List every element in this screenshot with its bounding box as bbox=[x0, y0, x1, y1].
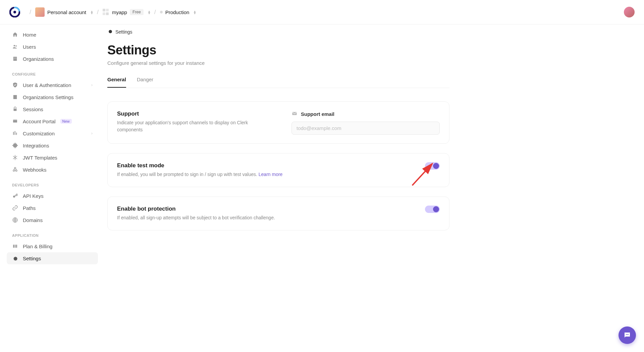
sidebar-item-home[interactable]: Home bbox=[7, 29, 98, 41]
plan-badge: Free bbox=[130, 9, 144, 15]
sidebar-item-domains[interactable]: Domains bbox=[7, 214, 98, 226]
portal-icon bbox=[12, 118, 18, 124]
gear-icon bbox=[107, 29, 113, 35]
key-icon bbox=[12, 193, 18, 199]
sidebar-item-api-keys[interactable]: API Keys bbox=[7, 190, 98, 202]
support-email-input[interactable] bbox=[291, 122, 440, 135]
sidebar-item-label: Account Portal bbox=[23, 119, 56, 124]
svg-rect-13 bbox=[15, 131, 15, 135]
svg-point-2 bbox=[15, 45, 17, 47]
svg-rect-3 bbox=[13, 57, 17, 61]
customize-icon bbox=[12, 130, 18, 136]
svg-point-15 bbox=[13, 170, 15, 172]
breadcrumb-separator: / bbox=[30, 9, 31, 16]
sidebar-item-organizations[interactable]: Organizations bbox=[7, 53, 98, 65]
svg-rect-9 bbox=[14, 109, 17, 111]
svg-rect-11 bbox=[13, 120, 17, 120]
asterisk-icon bbox=[12, 155, 18, 161]
support-description: Indicate your application's support chan… bbox=[117, 119, 258, 133]
page-title: Settings bbox=[107, 43, 449, 57]
svg-rect-20 bbox=[13, 245, 14, 248]
svg-rect-12 bbox=[13, 132, 14, 135]
svg-rect-14 bbox=[16, 133, 17, 135]
chevron-updown-icon: ▴▾ bbox=[148, 10, 150, 14]
sidebar-item-jwt[interactable]: JWT Templates bbox=[7, 151, 98, 164]
sidebar-item-org-settings[interactable]: Organizations Settings bbox=[7, 91, 98, 103]
shield-icon bbox=[12, 82, 18, 88]
app-switcher[interactable]: myapp Free ▴▾ bbox=[103, 9, 150, 15]
bot-protection-toggle[interactable] bbox=[425, 206, 440, 213]
new-badge: New bbox=[60, 119, 72, 124]
svg-rect-21 bbox=[15, 245, 16, 248]
page-breadcrumb: Settings bbox=[107, 29, 449, 35]
sidebar-item-label: Integrations bbox=[23, 143, 49, 148]
svg-rect-5 bbox=[16, 57, 16, 58]
building-icon bbox=[12, 94, 18, 100]
sidebar-item-customization[interactable]: Customization › bbox=[7, 127, 98, 139]
link-icon bbox=[12, 205, 18, 211]
app-icon bbox=[103, 9, 109, 15]
svg-point-0 bbox=[13, 11, 16, 13]
tab-danger[interactable]: Danger bbox=[137, 77, 153, 88]
sidebar-section-configure: CONFIGURE bbox=[7, 65, 98, 79]
sidebar-item-label: Plan & Billing bbox=[23, 244, 52, 249]
test-mode-description: If enabled, you will be prompted to sign… bbox=[117, 171, 282, 178]
page-subtitle: Configure general settings for your inst… bbox=[107, 60, 449, 66]
env-label: Production bbox=[165, 9, 190, 15]
sidebar: Home Users Organizations CONFIGURE User … bbox=[0, 25, 101, 268]
svg-point-16 bbox=[16, 170, 17, 172]
account-label: Personal account bbox=[47, 9, 86, 15]
sidebar-item-label: Paths bbox=[23, 205, 36, 211]
sidebar-item-label: Webhooks bbox=[23, 167, 47, 173]
sidebar-item-label: Users bbox=[23, 44, 36, 50]
sidebar-item-label: Customization bbox=[23, 131, 55, 136]
sidebar-item-settings[interactable]: Settings bbox=[7, 252, 98, 264]
sidebar-item-user-auth[interactable]: User & Authentication › bbox=[7, 79, 98, 91]
sidebar-item-integrations[interactable]: Integrations bbox=[7, 139, 98, 151]
topbar: / Personal account ▴▾ / myapp Free ▴▾ / … bbox=[0, 0, 644, 25]
gear-icon bbox=[12, 255, 18, 261]
sidebar-item-paths[interactable]: Paths bbox=[7, 202, 98, 214]
support-card: Support Indicate your application's supp… bbox=[107, 101, 449, 144]
breadcrumb-separator: / bbox=[97, 9, 99, 16]
svg-rect-22 bbox=[16, 245, 17, 248]
sidebar-item-label: Domains bbox=[23, 217, 43, 223]
breadcrumb-label: Settings bbox=[115, 29, 132, 35]
test-mode-card: Enable test mode If enabled, you will be… bbox=[107, 153, 449, 187]
svg-rect-7 bbox=[16, 58, 16, 59]
sidebar-item-label: User & Authentication bbox=[23, 82, 71, 88]
env-switcher[interactable]: Production ▴▾ bbox=[160, 9, 196, 15]
sidebar-item-sessions[interactable]: Sessions bbox=[7, 103, 98, 115]
main-content: Settings Settings Configure general sett… bbox=[101, 25, 470, 268]
env-dot-icon bbox=[160, 11, 163, 13]
sidebar-item-label: Sessions bbox=[23, 106, 43, 112]
bot-protection-title: Enable bot protection bbox=[117, 206, 275, 212]
bot-protection-card: Enable bot protection If enabled, all si… bbox=[107, 196, 449, 230]
bot-protection-description: If enabled, all sign-up attempts will be… bbox=[117, 214, 275, 221]
lock-icon bbox=[12, 106, 18, 112]
sidebar-item-billing[interactable]: Plan & Billing bbox=[7, 240, 98, 252]
building-icon bbox=[12, 56, 18, 62]
chevron-updown-icon: ▴▾ bbox=[194, 10, 196, 14]
svg-rect-6 bbox=[14, 58, 15, 59]
clerk-logo[interactable] bbox=[9, 7, 20, 17]
account-switcher[interactable]: Personal account ▴▾ bbox=[35, 7, 93, 17]
app-name: myapp bbox=[112, 9, 127, 15]
learn-more-link[interactable]: Learn more bbox=[259, 172, 283, 177]
sidebar-section-application: APPLICATION bbox=[7, 226, 98, 240]
sidebar-section-developers: DEVELOPERS bbox=[7, 176, 98, 190]
sidebar-item-account-portal[interactable]: Account Portal New bbox=[7, 115, 98, 127]
support-title: Support bbox=[117, 111, 265, 117]
chevron-right-icon: › bbox=[91, 83, 93, 87]
tabs: General Danger bbox=[107, 77, 449, 88]
billing-icon bbox=[12, 243, 18, 249]
profile-avatar[interactable] bbox=[624, 7, 635, 17]
svg-rect-8 bbox=[13, 95, 17, 99]
sidebar-item-webhooks[interactable]: Webhooks bbox=[7, 164, 98, 176]
sidebar-item-label: API Keys bbox=[23, 193, 44, 199]
sidebar-item-label: JWT Templates bbox=[23, 155, 57, 161]
tab-general[interactable]: General bbox=[107, 77, 126, 88]
support-email-label: Support email bbox=[291, 111, 440, 118]
test-mode-toggle[interactable] bbox=[425, 162, 440, 170]
sidebar-item-users[interactable]: Users bbox=[7, 41, 98, 53]
